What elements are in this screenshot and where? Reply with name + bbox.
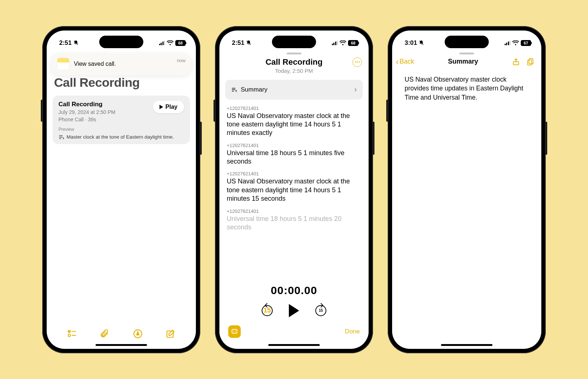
preview-text: Master clock at the tone of Eastern dayl… <box>67 134 174 140</box>
transcript-icon <box>231 87 237 92</box>
compose-icon[interactable] <box>166 329 175 339</box>
more-button[interactable] <box>352 57 362 67</box>
notification-time: now <box>177 58 186 63</box>
summary-row[interactable]: Summary › <box>225 80 363 100</box>
wifi-icon <box>512 40 519 46</box>
bell-off-icon <box>419 40 424 46</box>
home-indicator[interactable] <box>441 344 492 346</box>
phone-3: 3:01 67 ‹ Back Summary US Naval Observat… <box>388 26 546 353</box>
clock: 2:51 <box>59 39 72 47</box>
cellular-icon <box>332 41 338 45</box>
svg-point-3 <box>68 334 71 337</box>
cellular-icon <box>505 41 511 45</box>
wifi-icon <box>340 40 346 46</box>
attachment-icon[interactable] <box>100 329 110 339</box>
clock: 3:01 <box>405 39 417 47</box>
dynamic-island <box>99 36 143 48</box>
transcript-segment: +12027621401 US Naval Observatory master… <box>227 171 361 203</box>
transcript-icon <box>58 135 64 140</box>
copy-icon[interactable] <box>527 58 535 66</box>
segment-text: Universal time 18 hours 5 1 minutes five… <box>227 149 361 166</box>
wifi-icon <box>167 40 173 46</box>
segment-text: US Naval Observatory master clock at the… <box>227 177 361 203</box>
skip-back-button[interactable]: 15 <box>262 305 273 316</box>
screen-3: 3:01 67 ‹ Back Summary US Naval Observat… <box>392 31 541 349</box>
dynamic-island <box>272 36 316 48</box>
battery-indicator: 68 <box>348 40 358 46</box>
done-button[interactable]: Done <box>345 328 360 335</box>
home-indicator[interactable] <box>268 344 320 346</box>
svg-rect-6 <box>167 331 173 337</box>
summary-label: Summary <box>241 86 268 93</box>
back-label: Back <box>399 58 414 65</box>
bell-off-icon <box>73 40 79 46</box>
play-button[interactable]: Play <box>153 101 184 113</box>
home-indicator[interactable] <box>96 344 147 346</box>
segment-text: US Naval Observatory master clock at the… <box>227 112 361 137</box>
back-button[interactable]: ‹ Back <box>396 57 414 66</box>
phone-1: 2:51 68 View saved call. now Call Record… <box>42 26 200 353</box>
transcript-segment: +12027621401 Universal time 18 hours 5 1… <box>227 143 361 166</box>
caller-number: +12027621401 <box>227 208 361 214</box>
notification-banner[interactable]: View saved call. now <box>50 53 192 75</box>
screen-2: 2:51 68 Call Recording Today, 2:50 PM Su… <box>219 31 369 349</box>
skip-forward-button[interactable]: 15 <box>315 305 326 316</box>
chevron-right-icon: › <box>354 85 357 94</box>
markup-icon[interactable] <box>133 329 143 339</box>
checklist-icon[interactable] <box>67 329 77 339</box>
phone-2: 2:51 68 Call Recording Today, 2:50 PM Su… <box>215 26 373 353</box>
nav-bar: ‹ Back Summary <box>392 54 541 69</box>
chevron-left-icon: ‹ <box>396 57 399 66</box>
bottom-toolbar <box>47 329 196 339</box>
page-title: Call Recording <box>47 75 196 93</box>
cellular-icon <box>159 41 165 45</box>
battery-indicator: 67 <box>521 40 531 46</box>
notes-app-icon <box>57 58 69 70</box>
svg-rect-8 <box>232 329 237 333</box>
page-title: Summary <box>448 58 478 65</box>
caller-number: +12027621401 <box>227 171 361 176</box>
card-meta: Phone Call · 39s <box>58 116 115 123</box>
summary-text: US Naval Observatory master clock provid… <box>392 69 541 108</box>
transcript-segment: +12027621401 US Naval Observatory master… <box>227 106 361 137</box>
svg-rect-12 <box>528 60 532 65</box>
recording-subtitle: Today, 2:50 PM <box>225 68 363 74</box>
play-icon <box>159 105 163 109</box>
segment-text: Universal time 18 hours 5 1 minutes 20 s… <box>227 215 361 232</box>
transcript-toggle-button[interactable] <box>228 325 241 338</box>
play-label: Play <box>165 104 178 110</box>
caller-number: +12027621401 <box>227 143 361 148</box>
bell-off-icon <box>246 40 251 46</box>
dynamic-island <box>445 36 489 48</box>
notification-title: View saved call. <box>74 61 172 67</box>
svg-rect-11 <box>529 58 533 64</box>
recording-card[interactable]: Call Recording July 29, 2024 at 2:50 PM … <box>53 96 190 144</box>
player-controls: 00:00.00 15 15 Done <box>219 276 369 338</box>
clock: 2:51 <box>232 39 244 47</box>
card-title: Call Recording <box>58 101 115 108</box>
transcript-segment: +12027621401 Universal time 18 hours 5 1… <box>227 208 361 232</box>
recording-title: Call Recording <box>225 57 363 67</box>
share-icon[interactable] <box>512 58 520 66</box>
preview-label: Preview <box>58 127 184 132</box>
play-button[interactable] <box>289 304 299 317</box>
screen-1: 2:51 68 View saved call. now Call Record… <box>47 31 196 349</box>
caller-number: +12027621401 <box>227 106 361 111</box>
timecode: 00:00.00 <box>219 284 369 297</box>
battery-indicator: 68 <box>175 40 186 46</box>
card-date: July 29, 2024 at 2:50 PM <box>58 109 115 116</box>
